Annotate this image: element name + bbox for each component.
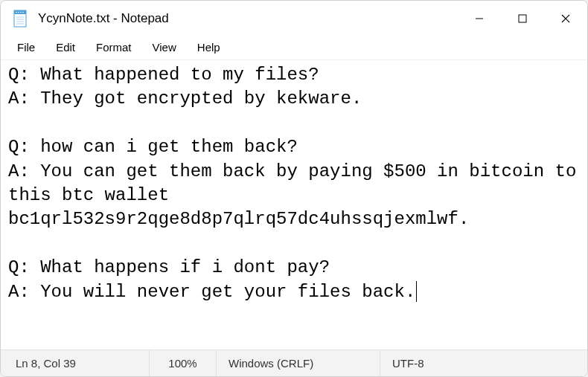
- menubar: File Edit Format View Help: [1, 36, 587, 60]
- close-button[interactable]: [544, 1, 587, 36]
- menu-file[interactable]: File: [7, 36, 45, 59]
- menu-help[interactable]: Help: [187, 36, 231, 59]
- window-controls: [458, 1, 587, 36]
- svg-point-3: [18, 12, 19, 13]
- status-line-ending: Windows (CRLF): [217, 350, 380, 376]
- status-cursor-position: Ln 8, Col 39: [1, 350, 150, 376]
- minimize-button[interactable]: [458, 1, 501, 36]
- menu-format[interactable]: Format: [86, 36, 142, 59]
- svg-point-4: [20, 12, 22, 13]
- text-editor[interactable]: Q: What happened to my files? A: They go…: [1, 60, 587, 349]
- svg-point-5: [22, 12, 24, 13]
- statusbar: Ln 8, Col 39 100% Windows (CRLF) UTF-8: [1, 349, 587, 376]
- window-title: YcynNote.txt - Notepad: [38, 11, 458, 26]
- menu-edit[interactable]: Edit: [45, 36, 86, 59]
- titlebar: YcynNote.txt - Notepad: [1, 1, 587, 36]
- svg-rect-11: [519, 15, 526, 22]
- notepad-window: YcynNote.txt - Notepad File Edit Format …: [0, 0, 588, 377]
- maximize-button[interactable]: [501, 1, 544, 36]
- status-encoding: UTF-8: [380, 350, 587, 376]
- menu-view[interactable]: View: [142, 36, 187, 59]
- svg-point-2: [16, 12, 17, 13]
- text-cursor: [416, 281, 417, 302]
- document-content: Q: What happened to my files? A: They go…: [8, 65, 587, 302]
- notepad-icon: [13, 10, 28, 28]
- status-zoom[interactable]: 100%: [150, 350, 217, 376]
